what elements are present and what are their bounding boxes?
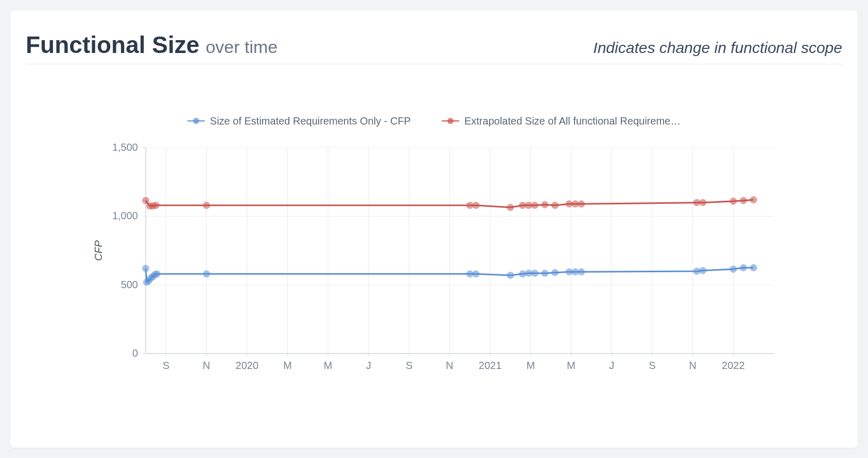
svg-text:N: N bbox=[203, 360, 210, 371]
svg-point-102 bbox=[730, 198, 737, 205]
chart-area: Size of Estimated Requirements Only - CF… bbox=[26, 80, 842, 419]
svg-text:2022: 2022 bbox=[722, 360, 745, 371]
svg-point-69 bbox=[472, 270, 479, 277]
svg-text:2020: 2020 bbox=[236, 360, 259, 371]
svg-text:J: J bbox=[366, 360, 371, 371]
line-chart: 05001,0001,500SN2020MMJSN2021MMJSN2022CF… bbox=[84, 137, 784, 384]
svg-point-104 bbox=[750, 196, 757, 203]
subtitle-right: Indicates change in functional scope bbox=[593, 39, 842, 57]
svg-text:500: 500 bbox=[121, 278, 138, 290]
svg-point-74 bbox=[541, 270, 548, 277]
svg-text:M: M bbox=[324, 360, 333, 371]
chart-card: Functional Size over time Indicates chan… bbox=[10, 10, 858, 448]
svg-point-80 bbox=[699, 267, 706, 274]
svg-point-103 bbox=[740, 197, 747, 204]
svg-point-82 bbox=[740, 264, 747, 271]
title-main: Functional Size bbox=[26, 31, 199, 59]
legend-label-0: Size of Estimated Requirements Only - CF… bbox=[210, 115, 411, 127]
svg-point-99 bbox=[578, 200, 585, 207]
svg-text:0: 0 bbox=[132, 347, 138, 359]
svg-text:N: N bbox=[446, 360, 453, 371]
svg-point-79 bbox=[693, 268, 700, 275]
legend: Size of Estimated Requirements Only - CF… bbox=[187, 115, 681, 127]
svg-point-90 bbox=[472, 202, 479, 209]
svg-text:S: S bbox=[406, 360, 412, 371]
legend-label-1: Extrapolated Size of All functional Requ… bbox=[464, 115, 681, 127]
svg-text:S: S bbox=[163, 360, 169, 371]
svg-text:J: J bbox=[609, 360, 614, 371]
svg-point-101 bbox=[699, 199, 706, 206]
svg-text:1,000: 1,000 bbox=[112, 210, 138, 221]
svg-text:M: M bbox=[526, 360, 535, 371]
svg-point-67 bbox=[203, 270, 210, 277]
legend-item-1: Extrapolated Size of All functional Requ… bbox=[442, 115, 681, 127]
svg-point-78 bbox=[578, 268, 585, 275]
legend-marker-red bbox=[442, 118, 459, 124]
svg-text:2021: 2021 bbox=[479, 360, 502, 371]
svg-point-88 bbox=[203, 202, 210, 209]
svg-text:S: S bbox=[649, 360, 655, 371]
svg-point-87 bbox=[152, 202, 160, 209]
svg-point-75 bbox=[551, 269, 559, 276]
title-group: Functional Size over time bbox=[26, 31, 277, 59]
svg-point-96 bbox=[551, 202, 559, 209]
header: Functional Size over time Indicates chan… bbox=[26, 31, 842, 64]
legend-item-0: Size of Estimated Requirements Only - CF… bbox=[187, 115, 411, 127]
svg-point-60 bbox=[142, 265, 149, 272]
legend-marker-blue bbox=[187, 118, 205, 124]
svg-text:CFP: CFP bbox=[93, 240, 104, 261]
svg-text:M: M bbox=[567, 360, 576, 371]
svg-point-81 bbox=[730, 266, 737, 273]
svg-point-95 bbox=[541, 201, 548, 208]
svg-point-83 bbox=[750, 264, 757, 271]
svg-point-73 bbox=[531, 270, 539, 277]
svg-text:M: M bbox=[283, 360, 292, 371]
title-sub: over time bbox=[205, 37, 277, 57]
svg-point-94 bbox=[531, 202, 539, 209]
svg-text:1,500: 1,500 bbox=[112, 142, 138, 153]
svg-point-71 bbox=[519, 270, 526, 277]
svg-text:N: N bbox=[689, 360, 696, 371]
svg-point-70 bbox=[507, 272, 514, 279]
svg-point-91 bbox=[507, 204, 514, 211]
svg-point-66 bbox=[153, 270, 161, 277]
